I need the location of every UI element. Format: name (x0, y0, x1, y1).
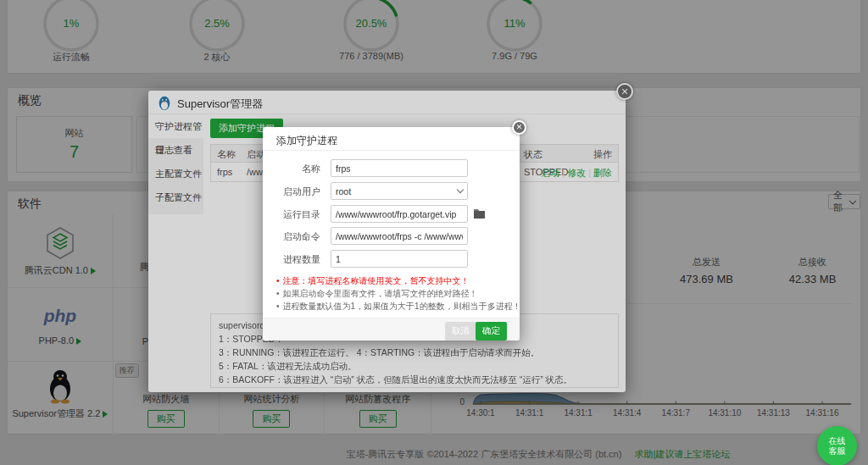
field-label-user: 启动用户 (263, 185, 320, 198)
run-user-value: root (336, 186, 351, 197)
note-count: •进程数量默认值为1，如果值为大于1的整数，则相当于多进程！ (276, 300, 514, 313)
bullet-icon: • (276, 289, 280, 298)
field-label-cmd: 启动命令 (263, 230, 320, 243)
start-command-input[interactable] (331, 227, 468, 245)
add-daemon-modal: 添加守护进程 ✕ 名称 启动用户 root 运行目录 启动命令 进程数量 •注意… (263, 127, 520, 340)
modal-footer: 取消 确定 (263, 318, 520, 340)
bullet-icon: • (276, 302, 280, 311)
modal-header: 添加守护进程 (263, 127, 520, 151)
folder-browse-icon[interactable] (473, 208, 486, 219)
service-label-line1: 在线 (829, 436, 846, 446)
modal-notes: •注意：填写进程名称请使用英文，暂不支持中文！ •如果启动命令里面有文件，请填写… (276, 274, 514, 313)
screen: { "colors": { "accent_green": "#20a53a",… (0, 0, 868, 465)
field-label-name: 名称 (263, 163, 320, 175)
cancel-button[interactable]: 取消 (445, 322, 476, 340)
modal-title: 添加守护进程 (276, 134, 337, 148)
bullet-icon: • (276, 276, 280, 285)
service-label-line2: 客服 (829, 446, 846, 457)
run-user-select[interactable]: root (331, 182, 468, 200)
field-label-count: 进程数量 (263, 253, 320, 266)
field-label-dir: 运行目录 (263, 208, 320, 221)
run-dir-input[interactable] (331, 205, 468, 223)
daemon-name-input[interactable] (331, 159, 468, 177)
note-warning: •注意：填写进程名称请使用英文，暂不支持中文！ (276, 274, 514, 287)
note-path: •如果启动命令里面有文件，请填写文件的绝对路径！ (276, 287, 514, 300)
modal-close-button[interactable]: ✕ (512, 120, 526, 135)
confirm-button[interactable]: 确定 (476, 322, 507, 340)
chevron-down-icon (457, 186, 464, 193)
online-service-button[interactable]: 在线 客服 (817, 426, 857, 465)
process-count-input[interactable] (331, 250, 468, 268)
